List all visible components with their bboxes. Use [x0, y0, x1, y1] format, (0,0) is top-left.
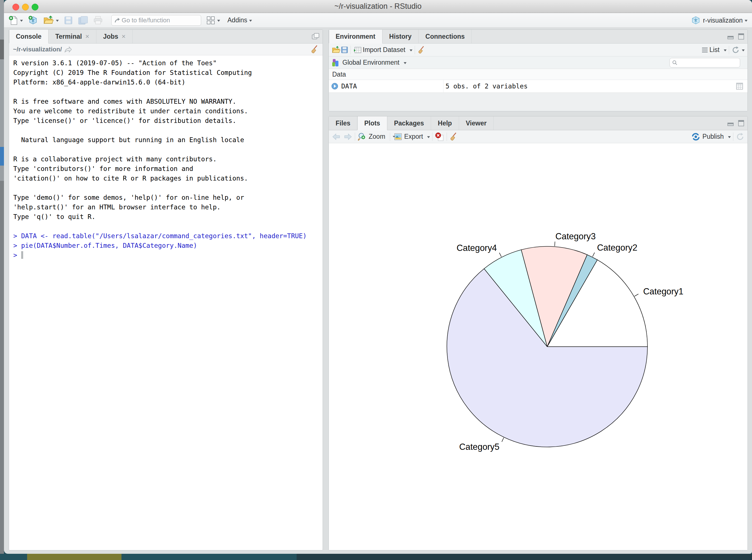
tab-viewer[interactable]: Viewer — [459, 116, 494, 130]
console-prompt: > — [13, 250, 323, 260]
r-cube-icon: R — [691, 16, 700, 25]
svg-text:R: R — [32, 19, 35, 23]
tab-connections[interactable]: Connections — [419, 30, 472, 43]
broom-icon[interactable] — [310, 45, 319, 54]
pie-label-category3: Category3 — [555, 232, 596, 241]
forward-arrow-icon[interactable] — [343, 133, 352, 141]
tab-label: Console — [16, 33, 42, 40]
save-workspace-icon[interactable] — [341, 46, 348, 54]
console-output[interactable]: R version 3.6.1 (2019-07-05) -- "Action … — [9, 55, 323, 260]
environment-scope-caret[interactable] — [404, 62, 407, 65]
tab-help[interactable]: Help — [431, 116, 459, 130]
tab-terminal[interactable]: Terminal× — [48, 30, 96, 43]
console-pane: ConsoleTerminal×Jobs× ~/r-visualization/… — [9, 29, 323, 551]
data-grid-icon[interactable] — [736, 82, 744, 90]
working-directory: ~/r-visualization/ — [13, 46, 62, 53]
pie-label-tick — [593, 253, 595, 257]
console-line: Type 'demo()' for some demos, 'help()' f… — [13, 193, 323, 202]
open-file-caret[interactable] — [56, 20, 59, 23]
tab-plots[interactable]: Plots — [357, 116, 387, 130]
close-tab-icon[interactable]: × — [122, 33, 126, 40]
import-dataset-icon[interactable] — [353, 46, 362, 54]
load-workspace-icon[interactable] — [332, 46, 341, 54]
tab-label: Files — [336, 120, 350, 127]
back-arrow-icon[interactable] — [332, 133, 341, 141]
minimize-pane-icon[interactable] — [727, 120, 734, 127]
tab-jobs[interactable]: Jobs× — [96, 30, 133, 43]
share-arrow-icon[interactable] — [64, 46, 72, 53]
maximize-pane-icon[interactable] — [311, 33, 320, 40]
addins-caret[interactable] — [249, 20, 252, 23]
environment-section-label: Data — [329, 69, 748, 80]
goto-file-box[interactable] — [111, 15, 201, 26]
remove-plot-icon[interactable] — [435, 132, 444, 141]
console-line — [13, 87, 323, 97]
expand-play-icon[interactable] — [331, 82, 339, 90]
addins-button[interactable]: Addins — [227, 16, 247, 24]
new-file-icon[interactable] — [8, 16, 18, 25]
broom-icon[interactable] — [449, 132, 458, 141]
project-caret — [745, 20, 748, 23]
tab-environment[interactable]: Environment — [329, 30, 383, 43]
console-line: > pie(DATA$Number.of.Times, DATA$Categor… — [13, 241, 323, 250]
tab-packages[interactable]: Packages — [387, 116, 431, 130]
project-name: r-visualization — [703, 17, 743, 24]
refresh-icon[interactable] — [736, 132, 745, 141]
broom-icon[interactable] — [417, 46, 425, 54]
minimize-pane-icon[interactable] — [727, 33, 734, 40]
environment-search-box[interactable] — [670, 58, 740, 67]
refresh-icon[interactable] — [731, 46, 740, 54]
import-dataset-button[interactable]: Import Dataset — [362, 46, 408, 54]
tab-history[interactable]: History — [383, 30, 419, 43]
import-dataset-caret[interactable] — [410, 49, 412, 53]
background-window-sliver — [0, 0, 4, 560]
new-project-icon[interactable]: R — [28, 15, 38, 25]
print-icon[interactable] — [93, 16, 103, 25]
environment-object-row[interactable]: DATA5 obs. of 2 variables — [329, 80, 748, 93]
zoom-button[interactable]: Zoom — [366, 133, 388, 140]
maximize-pane-icon[interactable] — [737, 33, 745, 40]
goto-arrow-icon — [115, 17, 121, 24]
object-value: 5 obs. of 2 variables — [446, 82, 528, 90]
project-selector[interactable]: R r-visualization — [691, 13, 748, 28]
pie-label-tick — [500, 253, 502, 257]
search-icon — [672, 60, 678, 66]
pie-label-category5: Category5 — [459, 442, 500, 452]
tab-files[interactable]: Files — [329, 116, 357, 130]
export-caret[interactable] — [427, 136, 430, 140]
pie-label-category2: Category2 — [597, 243, 637, 253]
environment-toolbar: Import Dataset List — [329, 43, 748, 57]
export-image-icon[interactable] — [392, 133, 402, 141]
refresh-caret[interactable] — [742, 49, 745, 53]
environment-scope-button[interactable]: Global Environment — [340, 59, 402, 66]
environment-search-input[interactable] — [678, 59, 737, 66]
zoom-magnifier-icon[interactable] — [357, 132, 366, 141]
save-icon[interactable] — [64, 16, 73, 25]
console-tabstrip: ConsoleTerminal×Jobs× — [9, 30, 323, 43]
open-file-icon[interactable] — [43, 16, 54, 25]
close-tab-icon[interactable]: × — [85, 33, 89, 40]
console-line — [13, 183, 323, 193]
console-line: You are welcome to redistribute it under… — [13, 106, 323, 116]
console-line: 'citation()' on how to cite R or R packa… — [13, 174, 323, 183]
title-bar: ~/r-visualization - RStudio — [4, 0, 752, 13]
environment-pane: EnvironmentHistoryConnections Import Dat… — [328, 29, 748, 111]
publish-button[interactable]: Publish — [700, 133, 726, 140]
goto-file-input[interactable] — [121, 16, 198, 24]
save-all-icon[interactable] — [78, 16, 88, 25]
list-view-caret[interactable] — [724, 49, 727, 53]
maximize-pane-icon[interactable] — [737, 120, 745, 127]
panes-caret[interactable] — [217, 20, 220, 23]
panes-grid-icon[interactable] — [206, 16, 215, 25]
tab-console[interactable]: Console — [9, 30, 48, 43]
publish-caret[interactable] — [728, 136, 731, 140]
desktop-bottom-strip — [0, 554, 752, 560]
text-cursor — [21, 251, 23, 259]
list-view-button[interactable]: List — [708, 46, 722, 54]
window-title: ~/r-visualization - RStudio — [4, 0, 752, 13]
pie-chart: Category1Category2Category3Category4Cate… — [329, 143, 748, 551]
console-line: Copyright (C) 2019 The R Foundation for … — [13, 68, 323, 77]
export-button[interactable]: Export — [402, 133, 425, 140]
new-file-caret[interactable] — [20, 20, 23, 23]
console-line — [13, 125, 323, 135]
